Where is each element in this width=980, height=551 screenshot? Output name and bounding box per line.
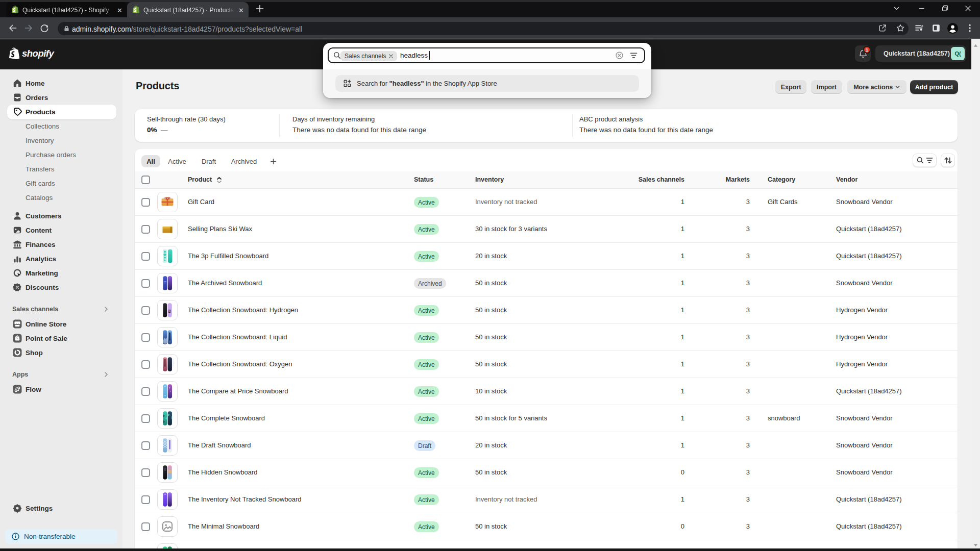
svg-text:SF: SF [171,416,174,419]
svg-text:liquid: liquid [172,333,174,339]
svg-text:Oxygen: Oxygen [172,359,174,367]
svg-text:K2: K2 [168,309,171,313]
